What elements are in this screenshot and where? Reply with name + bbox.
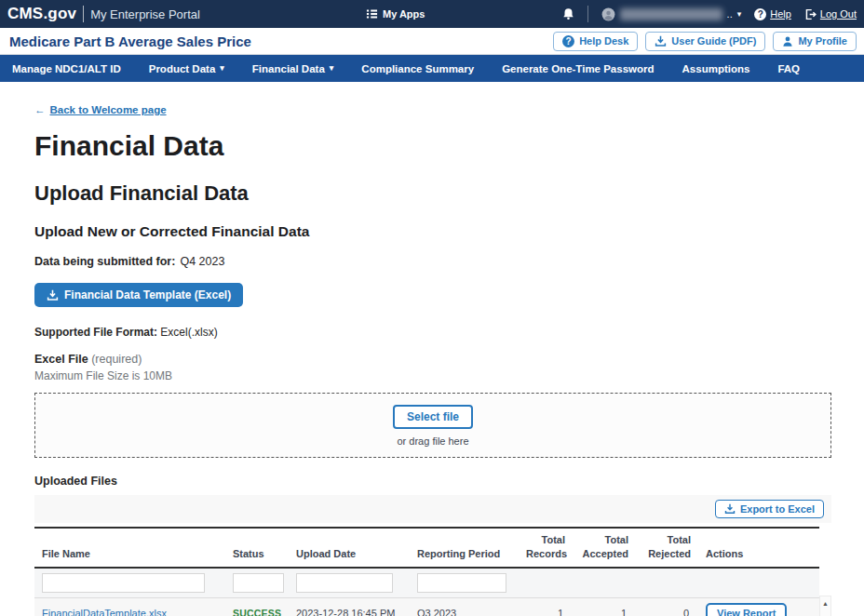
uploaded-files-table-container: File Name Status Upload Date Reporting P… [34,527,831,616]
cms-logo: CMS.gov [7,5,76,23]
subsection-title: Upload New or Corrected Financial Data [34,223,864,240]
col-total-accepted[interactable]: Total Accepted [573,528,636,568]
nav-manage-ndc-alt-id[interactable]: Manage NDC1/ALT ID [12,63,121,74]
download-icon [47,289,59,301]
total-records-cell: 1 [519,597,573,616]
submitted-for-label: Data being submitted for: [34,255,175,268]
help-desk-label: Help Desk [579,35,628,47]
user-guide-button[interactable]: User Guide (PDF) [645,32,765,51]
excel-file-label-line: Excel File (required) [34,353,864,366]
user-account-dropdown[interactable]: .. ▾ [601,7,742,21]
person-icon [782,35,793,47]
nav-generate-otp[interactable]: Generate One-Time Password [502,63,654,74]
total-rejected-cell: 0 [636,597,698,616]
help-link[interactable]: ? Help [754,8,791,20]
log-out-label: Log Out [820,8,857,20]
logout-icon [804,8,817,20]
my-profile-label: My Profile [798,35,847,47]
nav-assumptions[interactable]: Assumptions [682,63,750,74]
max-file-size-hint: Maximum File Size is 10MB [34,369,864,382]
table-scrollbar[interactable]: ▲ [819,596,831,616]
scroll-up-arrow[interactable]: ▲ [820,596,830,607]
col-status[interactable]: Status [225,528,289,568]
filter-status-input[interactable] [233,573,284,593]
reporting-period-cell: Q3 2023 [410,597,519,616]
select-file-button[interactable]: Select file [393,405,473,429]
filter-upload-date-input[interactable] [296,573,393,593]
log-out-link[interactable]: Log Out [804,8,857,20]
table-toolbar: Export to Excel [34,495,831,523]
uploaded-files-heading: Uploaded Files [34,475,864,488]
my-profile-button[interactable]: My Profile [773,32,857,51]
portal-name: My Enterprise Portal [90,7,200,21]
section-title: Upload Financial Data [34,181,864,206]
topbar-divider [587,6,588,22]
file-dropzone[interactable]: Select file or drag file here [34,393,831,458]
nav-financial-data[interactable]: Financial Data ▾ [252,63,334,74]
question-circle-icon: ? [562,35,574,47]
nav-product-data[interactable]: Product Data ▾ [149,63,224,74]
col-total-records[interactable]: Total Records [519,528,573,568]
col-actions: Actions [698,528,819,568]
brand-divider [83,6,84,22]
username-suffix: .. [727,8,733,20]
nav-compliance-summary[interactable]: Compliance Summary [361,63,474,74]
table-header-row: File Name Status Upload Date Reporting P… [34,528,819,568]
help-desk-button[interactable]: ? Help Desk [553,32,638,51]
col-upload-date[interactable]: Upload Date [289,528,410,568]
redacted-username [620,8,722,20]
app-title: Medicare Part B Average Sales Price [9,33,251,49]
chevron-down-icon: ▾ [220,64,224,73]
supported-format-value: Excel(.xlsx) [160,326,217,339]
drag-file-hint: or drag file here [397,435,468,447]
uploaded-files-table: File Name Status Upload Date Reporting P… [34,527,819,616]
main-content: ← Back to Welcome page Financial Data Up… [0,82,864,616]
notifications-bell-icon[interactable] [562,7,574,20]
chevron-down-icon: ▾ [330,64,334,73]
help-label: Help [770,8,791,20]
template-button-label: Financial Data Template (Excel) [64,288,231,301]
help-question-icon: ? [754,8,766,20]
nav-faq[interactable]: FAQ [777,63,800,74]
user-avatar-icon [601,7,615,21]
financial-data-template-button[interactable]: Financial Data Template (Excel) [34,283,243,307]
back-to-welcome-link[interactable]: ← Back to Welcome page [34,104,167,115]
data-submitted-for: Data being submitted for:Q4 2023 [34,255,864,268]
filter-file-name-input[interactable] [42,573,205,593]
back-arrow-icon: ← [34,104,46,115]
view-report-button[interactable]: View Report [706,603,787,616]
supported-format-line: Supported File Format: Excel(.xlsx) [34,326,864,339]
col-reporting-period[interactable]: Reporting Period [410,528,519,568]
export-to-excel-button[interactable]: Export to Excel [715,500,824,518]
apps-list-icon [366,8,378,20]
page-title: Financial Data [34,130,864,162]
table-filter-row [34,568,819,598]
app-title-bar: Medicare Part B Average Sales Price ? He… [0,28,864,55]
excel-file-label: Excel File [34,353,88,366]
user-guide-label: User Guide (PDF) [671,35,756,47]
col-total-rejected[interactable]: Total Rejected [636,528,698,568]
main-navigation: Manage NDC1/ALT ID Product Data ▾ Financ… [0,55,864,82]
cms-brand[interactable]: CMS.gov My Enterprise Portal [7,5,200,23]
download-icon [724,503,736,515]
status-badge: SUCCESS [233,608,281,616]
download-icon [655,35,667,47]
table-row: FinancialDataTemplate.xlsx SUCCESS 2023-… [34,597,819,616]
filter-reporting-period-input[interactable] [417,573,506,593]
export-button-label: Export to Excel [740,503,815,515]
top-header-bar: CMS.gov My Enterprise Portal My Apps .. … [0,0,864,28]
supported-format-label: Supported File Format: [34,326,157,339]
total-accepted-cell: 1 [573,597,636,616]
my-apps-label: My Apps [383,8,425,20]
upload-date-cell: 2023-12-28 16:45 PM [289,597,410,616]
chevron-down-icon: ▾ [737,10,742,19]
col-file-name[interactable]: File Name [34,528,225,568]
file-name-link[interactable]: FinancialDataTemplate.xlsx [42,608,167,616]
required-hint: (required) [91,353,142,366]
submitted-for-value: Q4 2023 [180,255,224,268]
my-apps-button[interactable]: My Apps [366,0,425,28]
